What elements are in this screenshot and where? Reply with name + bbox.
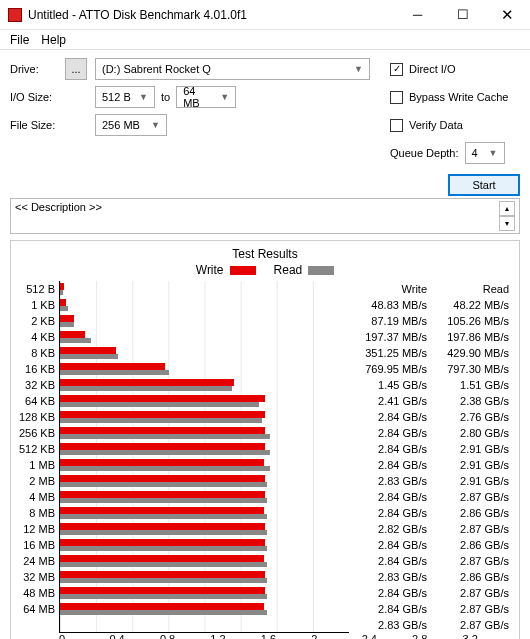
chevron-down-icon[interactable]: ▾ — [499, 216, 515, 231]
read-bar — [60, 514, 267, 519]
read-bar — [60, 338, 91, 343]
write-value: 2.84 GB/s — [349, 409, 431, 425]
write-bar — [60, 379, 234, 386]
x-tick-label: 3.2 — [463, 633, 513, 639]
write-value: 2.83 GB/s — [349, 473, 431, 489]
checkbox-icon — [390, 119, 403, 132]
read-value: 48.22 MB/s — [431, 297, 513, 313]
iosize-to-select[interactable]: 64 MB▼ — [176, 86, 236, 108]
read-value: 2.76 GB/s — [431, 409, 513, 425]
description-spinner[interactable]: ▴▾ — [499, 201, 515, 231]
read-bar — [60, 498, 267, 503]
y-tick-label: 256 KB — [17, 425, 59, 441]
read-value: 797.30 MB/s — [431, 361, 513, 377]
chart-title: Test Results — [17, 247, 513, 261]
drive-browse-button[interactable]: ... — [65, 58, 87, 80]
table-row: 48.83 MB/s48.22 MB/s — [349, 297, 513, 313]
write-bar — [60, 331, 85, 338]
table-row: 2.84 GB/s2.91 GB/s — [349, 457, 513, 473]
write-value: 2.41 GB/s — [349, 393, 431, 409]
bar-row — [60, 553, 349, 569]
read-value: 2.87 GB/s — [431, 617, 513, 633]
read-value: 2.87 GB/s — [431, 601, 513, 617]
bar-row — [60, 473, 349, 489]
table-row: 2.84 GB/s2.80 GB/s — [349, 425, 513, 441]
chart-bars — [59, 281, 349, 633]
menu-help[interactable]: Help — [41, 33, 66, 47]
minimize-button[interactable]: ─ — [395, 0, 440, 30]
write-value: 2.84 GB/s — [349, 585, 431, 601]
menu-file[interactable]: File — [10, 33, 29, 47]
y-tick-label: 512 B — [17, 281, 59, 297]
write-value: 2.84 GB/s — [349, 553, 431, 569]
x-tick-label: 2 — [311, 633, 361, 639]
queue-depth-value: 4 — [472, 147, 478, 159]
table-row: 2.84 GB/s2.86 GB/s — [349, 505, 513, 521]
y-tick-label: 4 KB — [17, 329, 59, 345]
y-tick-label: 8 KB — [17, 345, 59, 361]
bar-row — [60, 409, 349, 425]
x-tick-label: 1.6 — [261, 633, 311, 639]
filesize-label: File Size: — [10, 119, 65, 131]
chevron-down-icon: ▼ — [220, 92, 229, 102]
read-bar — [60, 386, 232, 391]
direct-io-checkbox[interactable]: Direct I/O — [390, 58, 520, 80]
read-value: 2.87 GB/s — [431, 521, 513, 537]
drive-select-value: (D:) Sabrent Rocket Q — [102, 63, 211, 75]
chevron-down-icon: ▼ — [151, 120, 160, 130]
y-tick-label: 2 MB — [17, 473, 59, 489]
y-tick-label: 64 MB — [17, 601, 59, 617]
y-tick-label: 4 MB — [17, 489, 59, 505]
y-tick-label: 1 KB — [17, 297, 59, 313]
read-bar — [60, 434, 270, 439]
table-row: 87.19 MB/s105.26 MB/s — [349, 313, 513, 329]
results-table: WriteRead 48.83 MB/s48.22 MB/s87.19 MB/s… — [349, 281, 513, 633]
direct-io-label: Direct I/O — [409, 63, 455, 75]
y-tick-label: 32 MB — [17, 569, 59, 585]
bar-row — [60, 313, 349, 329]
x-tick-label: 1.2 — [210, 633, 260, 639]
queue-depth-select[interactable]: 4▼ — [465, 142, 505, 164]
x-tick-label: 2.8 — [412, 633, 462, 639]
start-button[interactable]: Start — [448, 174, 520, 196]
config-panel: Drive: ... (D:) Sabrent Rocket Q▼ I/O Si… — [0, 50, 530, 198]
read-bar — [60, 610, 267, 615]
chart-panel: Test Results Write Read 512 B1 KB2 KB4 K… — [10, 240, 520, 639]
read-bar — [60, 322, 74, 327]
read-value: 2.87 GB/s — [431, 585, 513, 601]
x-tick-label: 0.4 — [109, 633, 159, 639]
bypass-cache-checkbox[interactable]: Bypass Write Cache — [390, 86, 520, 108]
write-bar — [60, 571, 265, 578]
filesize-select[interactable]: 256 MB▼ — [95, 114, 167, 136]
write-value: 2.84 GB/s — [349, 537, 431, 553]
write-value: 2.84 GB/s — [349, 489, 431, 505]
bar-row — [60, 537, 349, 553]
table-row: 2.84 GB/s2.76 GB/s — [349, 409, 513, 425]
queue-depth-label: Queue Depth: — [390, 147, 459, 159]
bar-row — [60, 361, 349, 377]
menubar: File Help — [0, 30, 530, 50]
write-bar — [60, 475, 265, 482]
iosize-label: I/O Size: — [10, 91, 65, 103]
chevron-up-icon[interactable]: ▴ — [499, 201, 515, 216]
bar-row — [60, 457, 349, 473]
read-value: 429.90 MB/s — [431, 345, 513, 361]
verify-data-checkbox[interactable]: Verify Data — [390, 114, 520, 136]
y-tick-label: 64 KB — [17, 393, 59, 409]
iosize-to-value: 64 MB — [183, 85, 214, 109]
table-row: 2.84 GB/s2.87 GB/s — [349, 553, 513, 569]
read-value: 2.86 GB/s — [431, 505, 513, 521]
close-button[interactable]: ✕ — [485, 0, 530, 30]
iosize-from-select[interactable]: 512 B▼ — [95, 86, 155, 108]
maximize-button[interactable]: ☐ — [440, 0, 485, 30]
write-value: 2.84 GB/s — [349, 505, 431, 521]
write-bar — [60, 299, 66, 306]
description-field[interactable]: << Description >> ▴▾ — [10, 198, 520, 234]
write-bar — [60, 363, 165, 370]
y-tick-label: 16 KB — [17, 361, 59, 377]
table-row: 2.84 GB/s2.87 GB/s — [349, 585, 513, 601]
table-row: 2.83 GB/s2.87 GB/s — [349, 617, 513, 633]
drive-select[interactable]: (D:) Sabrent Rocket Q▼ — [95, 58, 370, 80]
table-row: 2.84 GB/s2.87 GB/s — [349, 601, 513, 617]
read-value: 2.87 GB/s — [431, 489, 513, 505]
